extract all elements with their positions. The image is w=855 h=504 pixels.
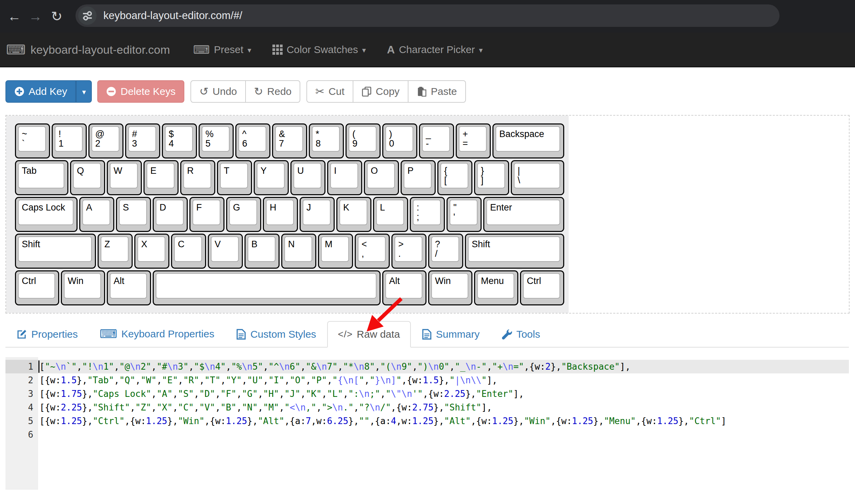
- editor-code-area[interactable]: ["~\n`","!\n1","@\n2","#\n3","$\n4","%\n…: [38, 357, 849, 490]
- key-h[interactable]: H: [263, 197, 298, 232]
- key-l[interactable]: L: [373, 197, 408, 232]
- tab-custom-styles[interactable]: Custom Styles: [225, 321, 327, 348]
- key--[interactable]: "': [447, 197, 482, 232]
- key-win[interactable]: Win: [61, 270, 105, 305]
- key-y[interactable]: Y: [254, 160, 289, 195]
- key--[interactable]: >.: [391, 234, 426, 269]
- key-e[interactable]: E: [144, 160, 179, 195]
- code-line[interactable]: [{w:1.25},"Ctrl",{w:1.25},"Win",{w:1.25}…: [38, 414, 849, 428]
- key--[interactable]: )0: [382, 123, 417, 158]
- key-ctrl[interactable]: Ctrl: [520, 270, 564, 305]
- code-line[interactable]: [{w:1.75},"Caps Lock","A","S","D","F","G…: [38, 387, 849, 401]
- key-backspace[interactable]: Backspace: [492, 123, 564, 158]
- key-z[interactable]: Z: [98, 234, 133, 269]
- add-key-dropdown-button[interactable]: ▾: [76, 80, 92, 103]
- key-m[interactable]: M: [318, 234, 353, 269]
- delete-keys-button[interactable]: Delete Keys: [97, 80, 184, 103]
- key-space[interactable]: [153, 270, 381, 305]
- key-a[interactable]: A: [79, 197, 114, 232]
- key--[interactable]: @2: [88, 123, 123, 158]
- key-win[interactable]: Win: [428, 270, 472, 305]
- code-line[interactable]: [{w:1.5},"Tab","Q","W","E","R","T","Y","…: [38, 373, 849, 387]
- key-r[interactable]: R: [180, 160, 215, 195]
- menu-color-swatches[interactable]: Color Swatches ▾: [272, 44, 366, 55]
- key--[interactable]: {[: [437, 160, 472, 195]
- key-d[interactable]: D: [153, 197, 188, 232]
- key-label-top: *: [316, 130, 319, 139]
- key--[interactable]: !1: [52, 123, 87, 158]
- key-tab[interactable]: Tab: [15, 160, 68, 195]
- code-line[interactable]: ["~\n`","!\n1","@\n2","#\n3","$\n4","%\n…: [38, 360, 849, 373]
- cut-button[interactable]: ✂ Cut: [306, 80, 353, 103]
- code-token: },: [82, 416, 93, 426]
- copy-button[interactable]: Copy: [353, 80, 408, 103]
- key-t[interactable]: T: [217, 160, 252, 195]
- tab-raw-data[interactable]: </> Raw data: [327, 321, 411, 348]
- key-alt[interactable]: Alt: [107, 270, 151, 305]
- key-o[interactable]: O: [364, 160, 399, 195]
- tab-properties[interactable]: Properties: [5, 321, 89, 348]
- code-line[interactable]: [38, 428, 849, 441]
- code-token: ,: [322, 389, 327, 399]
- key-p[interactable]: P: [401, 160, 436, 195]
- key-i[interactable]: I: [327, 160, 362, 195]
- key--[interactable]: ~`: [15, 123, 50, 158]
- code-token: "Ctrl": [93, 416, 125, 426]
- key--[interactable]: (9: [346, 123, 381, 158]
- key-q[interactable]: Q: [70, 160, 105, 195]
- address-bar[interactable]: keyboard-layout-editor.com/#/: [76, 4, 779, 27]
- key-j[interactable]: J: [300, 197, 335, 232]
- keycap-surface: D: [156, 200, 184, 225]
- undo-button[interactable]: ↺ Undo: [190, 80, 246, 103]
- key--[interactable]: &7: [272, 123, 307, 158]
- key-k[interactable]: K: [336, 197, 371, 232]
- key--[interactable]: <,: [355, 234, 390, 269]
- key--[interactable]: :;: [410, 197, 445, 232]
- browser-reload-icon[interactable]: ↻: [51, 0, 63, 33]
- key-c[interactable]: C: [171, 234, 206, 269]
- key--[interactable]: ?/: [428, 234, 463, 269]
- key--[interactable]: }]: [474, 160, 509, 195]
- key-caps-lock[interactable]: Caps Lock: [15, 197, 78, 232]
- url-text[interactable]: keyboard-layout-editor.com/#/: [103, 4, 242, 27]
- menu-character-picker[interactable]: A Character Picker ▾: [387, 44, 483, 56]
- site-settings-chip[interactable]: [78, 6, 97, 25]
- tab-tools[interactable]: Tools: [490, 321, 551, 348]
- key--[interactable]: |\: [511, 160, 564, 195]
- code-line[interactable]: [{w:2.25},"Shift","Z","X","C","V","B","N…: [38, 401, 849, 414]
- menu-preset[interactable]: ⌨ Preset ▾: [193, 44, 251, 55]
- browser-back-icon[interactable]: ←: [7, 0, 21, 33]
- key-f[interactable]: F: [189, 197, 224, 232]
- key-menu[interactable]: Menu: [474, 270, 518, 305]
- key-w[interactable]: W: [107, 160, 142, 195]
- key-enter[interactable]: Enter: [483, 197, 564, 232]
- paste-button[interactable]: Paste: [408, 80, 466, 103]
- site-brand[interactable]: ⌨ keyboard-layout-editor.com: [6, 43, 170, 56]
- key-shift[interactable]: Shift: [15, 234, 96, 269]
- browser-forward-icon[interactable]: →: [29, 0, 42, 33]
- code-token: "Tab": [87, 375, 114, 385]
- key--[interactable]: _-: [419, 123, 454, 158]
- tab-keyboard-properties[interactable]: ⌨ Keyboard Properties: [89, 320, 225, 348]
- key-u[interactable]: U: [290, 160, 325, 195]
- key-v[interactable]: V: [208, 234, 243, 269]
- key--[interactable]: #3: [125, 123, 160, 158]
- keycap-surface: Menu: [477, 273, 514, 299]
- key-x[interactable]: X: [134, 234, 169, 269]
- key-s[interactable]: S: [116, 197, 151, 232]
- key-n[interactable]: N: [281, 234, 316, 269]
- key-g[interactable]: G: [226, 197, 261, 232]
- redo-button[interactable]: ↻ Redo: [246, 80, 301, 103]
- key--[interactable]: $4: [162, 123, 197, 158]
- key--[interactable]: +=: [456, 123, 491, 158]
- key-ctrl[interactable]: Ctrl: [15, 270, 59, 305]
- key-shift[interactable]: Shift: [465, 234, 564, 269]
- key--[interactable]: *8: [309, 123, 344, 158]
- add-key-button[interactable]: Add Key: [5, 80, 76, 103]
- tab-summary[interactable]: Summary: [411, 321, 490, 348]
- raw-data-editor[interactable]: 123456 ["~\n`","!\n1","@\n2","#\n3","$\n…: [5, 357, 849, 490]
- key-alt[interactable]: Alt: [382, 270, 426, 305]
- key-b[interactable]: B: [245, 234, 280, 269]
- key--[interactable]: %5: [199, 123, 234, 158]
- key--[interactable]: ^6: [235, 123, 270, 158]
